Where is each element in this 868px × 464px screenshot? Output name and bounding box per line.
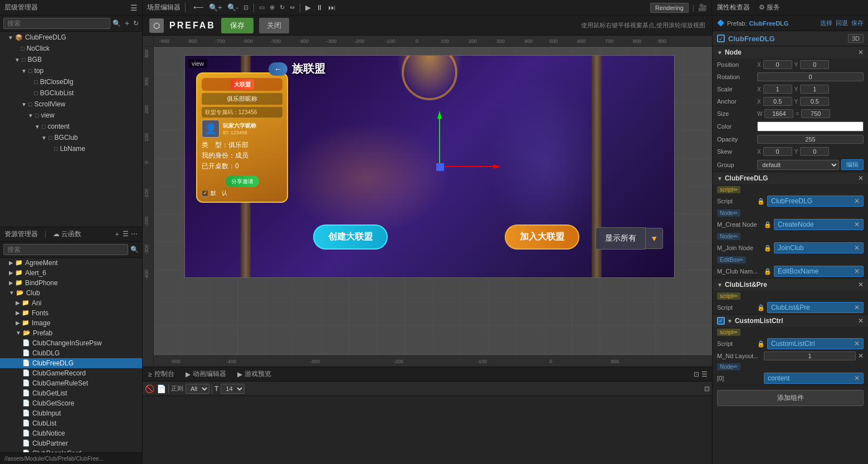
resource-item-ClubGetList[interactable]: 📄 ClubGetList <box>0 388 142 398</box>
clubfreedlg-section-close-btn[interactable]: ✕ <box>858 174 864 182</box>
rotation-input[interactable] <box>757 72 864 81</box>
resource-item-ClubList[interactable]: 📄 ClubList <box>0 418 142 428</box>
toolbar-transform-btn[interactable]: ⊕ <box>268 3 276 12</box>
group-edit-btn[interactable]: 编辑 <box>841 159 864 170</box>
add-component-btn[interactable]: 添加组件 <box>717 390 864 406</box>
tree-item-NoClick[interactable]: ▶ □ NoClick <box>0 43 142 54</box>
resource-add-btn[interactable]: ＋ <box>114 229 120 239</box>
resource-search-input[interactable] <box>3 244 128 255</box>
resource-item-ClubDLG[interactable]: 📄 ClubDLG <box>0 348 142 358</box>
resource-item-ClubGameRuleSet[interactable]: 📄 ClubGameRuleSet <box>0 378 142 388</box>
tab-game-preview[interactable]: ▶ 游戏预览 <box>232 367 277 381</box>
tree-item-BGB[interactable]: ▼ □ BGB <box>0 54 142 65</box>
resource-item-BindPhone[interactable]: ▶ 📁 BindPhone <box>0 278 142 288</box>
resource-item-ClubPartner[interactable]: 📄 ClubPartner <box>0 438 142 448</box>
resource-item-Club[interactable]: ▼ 📂 Club <box>0 288 142 298</box>
tree-item-ClubFreeDLG[interactable]: ▼ 📦 ClubFreeDLG <box>0 32 142 43</box>
toolbar-move-btn[interactable]: ⟵ <box>192 3 206 12</box>
hierarchy-search-input[interactable] <box>3 18 110 29</box>
prefab-save-top-btn[interactable]: 保存 <box>851 19 864 27</box>
toolbar-zoom-out-btn[interactable]: 🔍- <box>226 3 240 12</box>
resource-item-ClubNotice[interactable]: 📄 ClubNotice <box>0 428 142 438</box>
join-node-field[interactable]: JoinClub ✕ <box>774 242 864 253</box>
resource-item-Ani[interactable]: ▶ 📁 Ani <box>0 298 142 308</box>
show-all-dropdown[interactable]: ▼ <box>646 228 663 249</box>
clublist-pre-header[interactable]: ▼ ClubList&Pre ✕ <box>713 279 868 291</box>
resource-item-AgreeMent[interactable]: ▶ 📁 AgreeMent <box>0 258 142 268</box>
resource-item-ClubInput[interactable]: 📄 ClubInput <box>0 408 142 418</box>
tree-item-BtCloseDlg[interactable]: ▶ □ BtCloseDlg <box>0 76 142 87</box>
resource-item-Prefab[interactable]: ▼ 📂 Prefab <box>0 328 142 338</box>
resource-item-Alert_6[interactable]: ▶ 📁 Alert_6 <box>0 268 142 278</box>
prefab-close-btn[interactable]: 关闭 <box>259 18 289 33</box>
skew-y-input[interactable] <box>800 147 829 156</box>
hierarchy-add-btn[interactable]: ＋ <box>123 18 131 28</box>
resource-item-ClubGetScore[interactable]: 📄 ClubGetScore <box>0 398 142 408</box>
skew-x-input[interactable] <box>763 147 792 156</box>
custom-script-remove-btn[interactable]: ✕ <box>854 340 860 348</box>
toolbar-rotate-btn[interactable]: ↻ <box>278 3 286 12</box>
console-clear-btn[interactable]: 🚫 <box>145 384 154 393</box>
resource-item-Fonts[interactable]: ▶ 📁 Fonts <box>0 308 142 318</box>
toolbar-step-btn[interactable]: ⏭ <box>326 3 337 12</box>
opacity-input[interactable] <box>757 135 864 144</box>
resource-search-btn[interactable]: 🔍 <box>130 246 139 253</box>
3d-toggle-btn[interactable]: 3D <box>848 34 864 43</box>
console-doc-btn[interactable]: 📄 <box>157 384 166 393</box>
card-share-btn[interactable]: 分享邀请 <box>226 175 259 187</box>
create-alliance-btn[interactable]: 创建大联盟 <box>313 224 388 250</box>
tree-item-BGClubList[interactable]: ▶ □ BGClubList <box>0 87 142 99</box>
toolbar-pause-btn[interactable]: ⏸ <box>314 3 325 12</box>
resource-item-ClubGameRecord[interactable]: 📄 ClubGameRecord <box>0 368 142 378</box>
hierarchy-search-btn[interactable]: 🔍 <box>113 19 121 27</box>
creat-node-remove-btn[interactable]: ✕ <box>854 221 860 228</box>
clublist-script-field[interactable]: ClubList&Pre ✕ <box>767 302 864 313</box>
node-section-header[interactable]: ▼ Node ✕ <box>713 46 868 58</box>
tree-item-ScrollView[interactable]: ▼ □ ScrollView <box>0 99 142 110</box>
group-select[interactable]: default <box>757 160 839 170</box>
script-remove-btn[interactable]: ✕ <box>854 197 860 205</box>
clublist-pre-close-btn[interactable]: ✕ <box>858 281 864 289</box>
clublist-script-remove-btn[interactable]: ✕ <box>854 304 860 311</box>
nd-layout-remove-btn[interactable]: ✕ <box>858 352 864 360</box>
bottom-menu-btn[interactable]: ☰ <box>701 370 708 378</box>
resource-item-ClubFreeDLG[interactable]: 📄 ClubFreeDLG <box>0 358 142 368</box>
toolbar-play-btn[interactable]: ▶ <box>304 3 313 12</box>
gizmo-center-handle[interactable] <box>436 163 444 171</box>
resource-list-btn[interactable]: ☰ <box>123 229 129 239</box>
scene-canvas[interactable]: view 大联盟 <box>154 47 712 367</box>
join-node-remove-btn[interactable]: ✕ <box>854 244 860 252</box>
resource-menu-btn[interactable]: ⋯ <box>131 229 138 239</box>
anchor-x-input[interactable] <box>763 97 792 106</box>
resource-item-ClubChangeInSurePsw[interactable]: 📄 ClubChangeInSurePsw <box>0 338 142 348</box>
component-enabled-checkbox[interactable]: ✓ <box>717 35 725 42</box>
prefab-save-btn[interactable]: 保存 <box>221 18 253 33</box>
club-name-field[interactable]: EditBoxName ✕ <box>774 266 864 277</box>
toolbar-zoom-in-btn[interactable]: 🔍+ <box>207 3 224 12</box>
camera-btn[interactable]: 🎥 <box>698 3 707 12</box>
toolbar-scale-btn[interactable]: ⇔ <box>288 3 296 12</box>
resource-item-Image[interactable]: ▶ 📁 Image <box>0 318 142 328</box>
hierarchy-refresh-btn[interactable]: ↻ <box>133 19 139 27</box>
scale-y-input[interactable] <box>800 85 829 94</box>
tab-console[interactable]: ≥ 控制台 <box>143 367 180 381</box>
nd-layout-input[interactable] <box>764 351 856 360</box>
bottom-maximize-btn[interactable]: ⊡ <box>694 370 699 378</box>
tree-item-BGClub[interactable]: ▼ □ BGClub <box>0 132 142 143</box>
tree-item-content[interactable]: ▼ □ content <box>0 121 142 132</box>
toolbar-rect-btn[interactable]: ▭ <box>257 3 266 12</box>
custom-list-enabled[interactable]: ✓ <box>717 317 725 325</box>
array-0-remove-btn[interactable]: ✕ <box>854 374 860 382</box>
services-tab[interactable]: ⚙ 服务 <box>759 3 780 12</box>
filter-select[interactable]: All <box>186 384 209 394</box>
tree-item-view[interactable]: ▼ □ view <box>0 110 142 121</box>
prefab-return-btn[interactable]: 回退 <box>836 19 848 27</box>
console-maximize-btn[interactable]: ⊡ <box>704 385 710 393</box>
position-x-input[interactable] <box>763 60 792 69</box>
size-w-input[interactable] <box>764 109 793 118</box>
clubfreedlg-section-header[interactable]: ▼ ClubFreeDLG ✕ <box>713 172 868 184</box>
position-y-input[interactable] <box>800 60 829 69</box>
custom-script-field[interactable]: CustomListCtrl ✕ <box>767 338 864 349</box>
script-value-field[interactable]: ClubFreeDLG ✕ <box>767 196 864 207</box>
card-checkbox[interactable]: ✓ <box>202 190 208 197</box>
